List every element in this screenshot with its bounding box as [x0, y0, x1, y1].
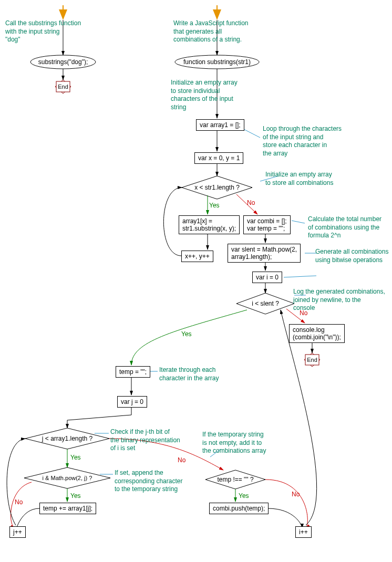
svg-line-49 — [292, 221, 305, 223]
box-console-log: console.log (combi.join("\n")); — [289, 324, 345, 343]
ann-title: Write a JavaScript function that generat… — [173, 19, 278, 44]
box-array-assign: array1[x] = str1.substring(x, y); — [179, 215, 240, 234]
box-combi-push: combi.push(temp); — [209, 503, 269, 514]
svg-text:No: No — [247, 199, 255, 206]
ann-iter: Iterate through each character in the ar… — [159, 366, 243, 382]
svg-text:i & Math.pow(2, j) ?: i & Math.pow(2, j) ? — [43, 475, 92, 481]
box-combi-init: var combi = []; var temp = ""; — [243, 215, 291, 234]
ann-loop-chars: Loop through the characters of the input… — [263, 125, 363, 158]
svg-text:Yes: Yes — [70, 454, 81, 461]
svg-text:x < str1.length ?: x < str1.length ? — [194, 184, 240, 191]
svg-text:Yes: Yes — [209, 202, 220, 209]
svg-text:Yes: Yes — [181, 330, 192, 338]
svg-text:End: End — [58, 84, 68, 90]
ann-log: Log the generated combinations, joined b… — [293, 288, 392, 313]
svg-line-47 — [242, 128, 260, 138]
svg-text:No: No — [178, 456, 186, 464]
left-start-terminator: substrings("dog"); — [30, 58, 96, 66]
ann-tempne: If the temporary string is not empty, ad… — [202, 431, 292, 455]
svg-text:No: No — [292, 491, 300, 498]
svg-line-51 — [284, 276, 316, 277]
box-slent: var slent = Math.pow(2, array1.length); — [228, 244, 301, 263]
svg-text:End: End — [307, 357, 317, 363]
svg-text:temp !== "" ?: temp !== "" ? — [217, 476, 254, 483]
ann-init-combi: Initialize an empty array to store all c… — [265, 171, 360, 187]
svg-text:Yes: Yes — [239, 492, 249, 499]
ann-left-call: Call the substrings function with the in… — [5, 19, 100, 44]
ann-slent: Calculate the total number of combinatio… — [308, 215, 392, 240]
box-ipp: i++ — [295, 526, 312, 538]
svg-text:j < array1.length ?: j < array1.length ? — [42, 435, 93, 442]
box-jpp: j++ — [9, 526, 26, 538]
main-start-terminator: function substrings(str1) — [175, 58, 259, 66]
ann-gen: Generate all combinations using bitwise … — [315, 248, 392, 264]
box-temp-append: temp += array1[j]; — [39, 503, 96, 514]
box-xy-pp: x++, y++ — [181, 251, 213, 262]
box-array1-init: var array1 = []; — [196, 119, 244, 131]
box-j0: var j = 0 — [117, 396, 147, 408]
ann-init-array: Initialize an empty array to store indiv… — [171, 79, 260, 111]
ann-checkbit: Check if the j-th bit of the binary repr… — [110, 428, 200, 453]
svg-text:i < slent ?: i < slent ? — [252, 300, 279, 307]
box-temp-clear: temp = ""; — [116, 366, 150, 378]
box-xy-init: var x = 0, y = 1 — [194, 152, 243, 164]
svg-text:Yes: Yes — [70, 492, 81, 499]
ann-append: If set, append the corresponding charact… — [115, 469, 204, 494]
box-i0: var i = 0 — [252, 272, 282, 283]
svg-text:No: No — [15, 498, 23, 506]
